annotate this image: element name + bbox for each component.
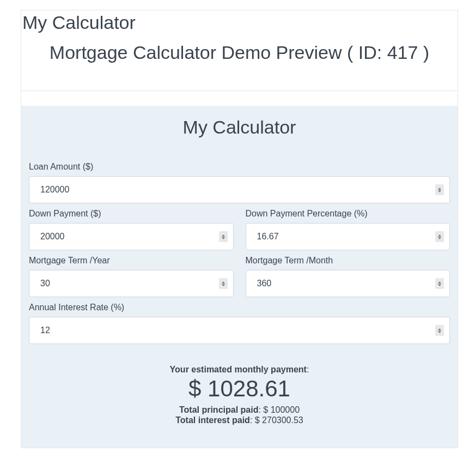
term-month-input-wrap[interactable] xyxy=(246,270,450,297)
results-block: Your estimated monthly payment: $ 1028.6… xyxy=(29,365,450,425)
term-year-field: Mortgage Term /Year xyxy=(29,256,234,297)
widget-subtitle: Mortgage Calculator Demo Preview ( ID: 4… xyxy=(21,42,458,63)
term-month-label: Mortgage Term /Month xyxy=(246,256,450,266)
loan-amount-input-wrap[interactable] xyxy=(29,176,450,203)
separator-strip xyxy=(21,91,458,106)
interest-rate-input[interactable] xyxy=(29,317,449,344)
stepper-icon[interactable] xyxy=(435,278,444,289)
interest-rate-input-wrap[interactable] xyxy=(29,317,450,344)
header-block: My Calculator Mortgage Calculator Demo P… xyxy=(21,10,458,91)
widget-title: My Calculator xyxy=(21,10,458,34)
calculator-widget: My Calculator Mortgage Calculator Demo P… xyxy=(21,10,458,448)
interest-line: Total interest paid: $ 270300.53 xyxy=(29,415,450,425)
down-payment-label: Down Payment ($) xyxy=(29,209,234,219)
stepper-icon[interactable] xyxy=(435,325,444,336)
calculator-panel: My Calculator Loan Amount ($) Down Payme… xyxy=(21,106,458,448)
term-year-input[interactable] xyxy=(29,270,233,297)
loan-amount-input[interactable] xyxy=(29,177,449,203)
estimate-value: $ 1028.61 xyxy=(29,376,450,402)
down-payment-pct-field: Down Payment Percentage (%) xyxy=(246,209,450,250)
principal-line: Total principal paid: $ 100000 xyxy=(29,405,450,415)
down-payment-pct-input-wrap[interactable] xyxy=(246,223,450,250)
down-payment-input[interactable] xyxy=(29,224,233,250)
stepper-icon[interactable] xyxy=(219,231,228,242)
term-year-label: Mortgage Term /Year xyxy=(29,256,234,266)
down-payment-pct-input[interactable] xyxy=(246,224,450,250)
stepper-icon[interactable] xyxy=(219,278,228,289)
down-payment-field: Down Payment ($) xyxy=(29,209,234,250)
stepper-icon[interactable] xyxy=(435,231,444,242)
estimate-label: Your estimated monthly payment: xyxy=(29,365,450,375)
loan-amount-label: Loan Amount ($) xyxy=(29,162,450,172)
term-month-input[interactable] xyxy=(246,270,450,297)
down-payment-pct-label: Down Payment Percentage (%) xyxy=(246,209,450,219)
down-payment-input-wrap[interactable] xyxy=(29,223,234,250)
stepper-icon[interactable] xyxy=(435,184,444,195)
calculator-title: My Calculator xyxy=(29,117,450,138)
interest-rate-field: Annual Interest Rate (%) xyxy=(29,303,450,344)
term-year-input-wrap[interactable] xyxy=(29,270,234,297)
interest-rate-label: Annual Interest Rate (%) xyxy=(29,303,450,312)
loan-amount-field: Loan Amount ($) xyxy=(29,162,450,203)
term-month-field: Mortgage Term /Month xyxy=(246,256,450,297)
